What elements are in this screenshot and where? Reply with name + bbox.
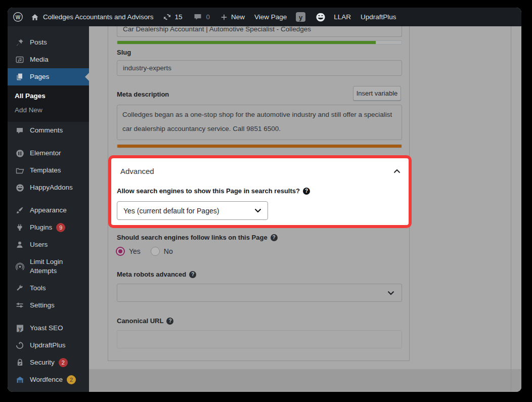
sidebar-item-settings[interactable]: Settings — [8, 297, 89, 314]
updates-count[interactable]: 15 — [174, 13, 182, 21]
screenshot-root: { "admin_bar": { "site_name": "Colledges… — [0, 0, 532, 402]
yoast-seo-metabox: Car Dealership Accountant | Automotive S… — [108, 26, 410, 361]
radio-no[interactable] — [151, 247, 160, 256]
radio-yes-label: Yes — [129, 247, 141, 255]
sidebar-item-security[interactable]: Security 2 — [8, 354, 89, 371]
brush-icon — [15, 206, 25, 214]
follow-links-question: Should search engines follow links on th… — [117, 234, 278, 242]
seo-title-progress-bar — [117, 40, 402, 44]
site-name-link[interactable]: Colledges Accountants and Advisors — [43, 13, 153, 21]
svg-text:y: y — [18, 325, 22, 331]
allow-search-engines-select[interactable]: Yes (current default for Pages) — [117, 201, 268, 220]
new-link[interactable]: New — [231, 13, 245, 21]
plugins-count-badge: 9 — [56, 223, 65, 232]
wp-admin-menu: Posts Media Pages All Pages Add New Comm… — [8, 26, 89, 392]
sidebar-item-plugins[interactable]: Plugins 9 — [8, 219, 89, 236]
elementor-icon — [15, 149, 25, 158]
radio-yes[interactable] — [116, 247, 125, 256]
meta-description-label: Meta description — [117, 91, 169, 98]
updraft-circle-icon — [15, 341, 25, 349]
advanced-heading: Advanced — [120, 167, 154, 175]
editor-content-area: Car Dealership Accountant | Automotive S… — [89, 26, 521, 392]
wordfence-count-badge: 2 — [67, 375, 76, 384]
canonical-url-label: Canonical URL ? — [117, 317, 173, 325]
slug-label: Slug — [117, 49, 131, 56]
svg-text:y: y — [299, 14, 303, 21]
allow-search-engines-question: Allow search engines to show this Page i… — [117, 187, 310, 195]
wrench-icon — [15, 284, 25, 292]
help-icon[interactable]: ? — [166, 318, 173, 325]
chevron-down-icon — [387, 291, 394, 295]
help-icon[interactable]: ? — [189, 271, 196, 278]
sidebar-item-limit-login-attempts[interactable]: Limit Login Attempts — [8, 253, 89, 280]
meta-robots-label: Meta robots advanced ? — [117, 271, 196, 279]
chevron-down-icon — [254, 208, 261, 213]
view-page-link[interactable]: View Page — [254, 13, 287, 21]
fence-icon — [15, 376, 25, 384]
comments-count[interactable]: 0 — [206, 13, 210, 21]
yoast-seo-icon[interactable]: y — [295, 12, 306, 22]
comments-bubble-icon[interactable] — [194, 13, 202, 21]
folder-icon — [15, 167, 25, 174]
sidebar-item-pages[interactable]: Pages — [8, 68, 89, 85]
submenu-item-all-pages[interactable]: All Pages — [8, 88, 89, 103]
sidebar-item-elementor[interactable]: Elementor — [8, 145, 89, 162]
updraftplus-link[interactable]: UpdraftPlus — [361, 13, 396, 21]
yoast-icon: y — [15, 324, 25, 333]
collapse-chevron-up-icon[interactable] — [393, 169, 401, 173]
sidebar-item-users[interactable]: Users — [8, 236, 89, 253]
help-icon[interactable]: ? — [303, 188, 310, 195]
security-count-badge: 2 — [59, 358, 68, 367]
radio-no-label: No — [164, 247, 173, 255]
comment-icon — [15, 127, 25, 135]
sidebar-item-templates[interactable]: Templates — [8, 162, 89, 179]
insert-variable-button[interactable]: Insert variable — [353, 86, 401, 101]
pin-icon — [15, 38, 25, 47]
slug-input[interactable]: industry-experts — [117, 60, 402, 76]
sidebar-item-happyaddons[interactable]: HappyAddons — [8, 179, 89, 196]
media-icon — [15, 56, 25, 64]
help-icon[interactable]: ? — [271, 234, 278, 241]
seo-title-input[interactable]: Car Dealership Accountant | Automotive S… — [117, 26, 402, 37]
pages-icon — [15, 73, 25, 81]
sidebar-item-appearance[interactable]: Appearance — [8, 202, 89, 219]
sidebar-item-media[interactable]: Media — [8, 51, 89, 68]
user-icon — [15, 241, 25, 249]
home-icon[interactable] — [31, 13, 39, 21]
sidebar-item-wordfence[interactable]: Wordfence 2 — [8, 371, 89, 388]
editor-side-divider — [511, 26, 511, 392]
plus-icon[interactable] — [220, 14, 228, 21]
wp-admin-bar: W Colledges Accountants and Advisors 15 … — [8, 8, 521, 26]
svg-text:W: W — [16, 15, 21, 20]
meta-robots-select[interactable] — [117, 284, 402, 302]
sidebar-item-yoast-seo[interactable]: y Yoast SEO — [8, 320, 89, 337]
canonical-url-input[interactable] — [117, 330, 402, 348]
updates-icon[interactable] — [163, 13, 171, 21]
page-background-band — [89, 369, 521, 392]
browser-viewport: W Colledges Accountants and Advisors 15 … — [8, 8, 521, 392]
sliders-icon — [15, 301, 25, 309]
plug-icon — [15, 224, 25, 232]
advanced-section-highlight: Advanced Allow search engines to show th… — [108, 155, 412, 228]
happyaddons-smiley-icon[interactable] — [316, 12, 326, 22]
follow-links-radio-group: Yes No — [116, 247, 173, 256]
submenu-item-add-new[interactable]: Add New — [8, 103, 89, 117]
lock-icon — [15, 359, 25, 367]
pages-submenu: All Pages Add New — [8, 85, 89, 122]
sidebar-item-comments[interactable]: Comments — [8, 122, 89, 139]
sidebar-item-posts[interactable]: Posts — [8, 34, 89, 51]
sidebar-item-tools[interactable]: Tools — [8, 280, 89, 297]
limit-login-icon — [15, 262, 25, 271]
smiley-icon — [15, 184, 25, 192]
wordpress-logo-icon[interactable]: W — [13, 12, 23, 22]
meta-description-textarea[interactable]: Colledges began as a one-stop shop for t… — [117, 105, 402, 140]
sidebar-item-updraftplus[interactable]: UpdraftPlus — [8, 337, 89, 354]
llar-link[interactable]: LLAR — [334, 13, 351, 21]
meta-description-progress-bar — [117, 144, 402, 148]
